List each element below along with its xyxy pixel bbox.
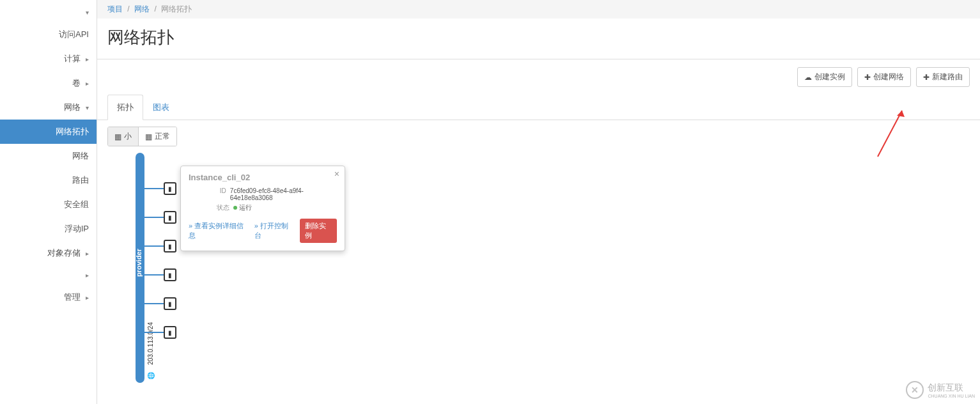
sidebar-item-unknown1[interactable]: ▸ [0,265,97,285]
chevron-right-icon: ▸ [86,80,89,87]
sidebar-item-label: 管理 [64,291,81,303]
chevron-right-icon: ▸ [86,250,89,257]
id-label: ID [189,187,226,201]
sidebar: ▾ 访问API 计算 ▸ 卷 ▸ 网络 ▾ 网络拓扑 网络 路由 安全组 浮 [0,0,97,404]
create-router-button[interactable]: ✚ 新建路由 [916,67,970,87]
sidebar-item-networks[interactable]: 网络 [0,144,97,168]
sidebar-item-label: 网络 [64,102,81,113]
popover-row-id: ID 7c6fed09-efc8-48e4-a9f4-64e18e8a3068 [189,187,337,201]
sidebar-item-label: 安全组 [64,199,89,210]
open-console-link[interactable]: » 打开控制台 [254,221,293,240]
sidebar-item-network[interactable]: 网络 ▾ [0,95,97,120]
breadcrumb-sep: / [154,4,156,13]
sidebar-item-volumes[interactable]: 卷 ▸ [0,71,97,95]
sidebar-item-label: 访问API [59,29,89,40]
chevron-right-icon: ▸ [86,294,89,301]
button-label: 创建实例 [814,72,845,82]
sidebar-item-label: 网络拓扑 [56,126,89,137]
status-label: 状态 [189,203,229,212]
breadcrumb-current: 网络拓扑 [161,4,192,13]
size-normal-button[interactable]: ▦ 正常 [138,127,176,146]
chevron-right-icon: ▸ [86,272,89,279]
button-label: 正常 [155,131,170,142]
status-value: 运行 [233,203,252,212]
watermark-logo-icon: ✕ [906,381,924,399]
plus-icon: ✚ [923,73,929,82]
breadcrumb-network[interactable]: 网络 [134,4,150,13]
view-details-link[interactable]: » 查看实例详细信息 [189,221,248,240]
instance-node[interactable]: ▮ [144,268,176,281]
instance-node[interactable]: ▮ [144,211,176,224]
watermark-label: 创新互联 [928,382,975,394]
sidebar-item-label: 网络 [72,150,89,162]
sidebar-item-label: 卷 [72,77,81,89]
sidebar-item-label: 浮动IP [65,223,89,235]
sidebar-item-admin[interactable]: 管理 ▸ [0,285,97,309]
breadcrumb: 项目 / 网络 / 网络拓扑 [97,0,980,19]
page-title: 网络拓扑 [107,26,970,49]
instance-icon: ▮ [164,297,176,310]
status-dot-icon [233,206,237,210]
topology-canvas: provider 203.0.113.0/24 🌐 ▮ ▮ ▮ ▮ ▮ [97,153,980,396]
sidebar-collapse-top[interactable]: ▾ [0,3,97,22]
button-label: 新建路由 [932,72,963,82]
instance-node[interactable]: ▮ [144,240,176,252]
breadcrumb-project[interactable]: 项目 [107,4,123,13]
tab-topology[interactable]: 拓扑 [107,95,143,120]
tabs: 拓扑 图表 [97,95,980,120]
connector-line [144,245,164,247]
tab-graph[interactable]: 图表 [143,95,179,120]
size-toolbar: ▦ 小 ▦ 正常 [97,120,980,153]
instance-icon: ▮ [164,268,176,281]
delete-instance-button[interactable]: 删除实例 [300,219,337,243]
sidebar-item-compute[interactable]: 计算 ▸ [0,47,97,71]
chevron-down-icon: ▾ [86,104,89,111]
instance-icon: ▮ [164,211,176,224]
cloud-upload-icon: ☁ [804,73,812,82]
connector-line [144,274,164,276]
connector-line [144,332,164,333]
network-name-label: provider [135,249,143,277]
sidebar-item-label: 对象存储 [47,247,81,259]
sidebar-item-security-groups[interactable]: 安全组 [0,192,97,217]
breadcrumb-sep: / [127,4,129,13]
connector-line [144,303,164,304]
plus-icon: ✚ [864,73,871,82]
button-label: 小 [124,131,132,142]
grid-icon: ▦ [145,132,152,141]
watermark-sub: CHUANG XIN HU LIAN [928,394,975,398]
chevron-right-icon: ▸ [86,56,89,63]
sidebar-item-api[interactable]: 访问API [0,22,97,47]
connector-line [144,188,164,189]
watermark-text: 创新互联 CHUANG XIN HU LIAN [928,382,975,398]
sidebar-item-object-storage[interactable]: 对象存储 ▸ [0,241,97,265]
watermark: ✕ 创新互联 CHUANG XIN HU LIAN [906,381,975,399]
instance-icon: ▮ [164,182,176,195]
create-network-button[interactable]: ✚ 创建网络 [857,67,911,87]
popover-actions: » 查看实例详细信息 » 打开控制台 删除实例 [189,219,337,243]
instance-icon: ▮ [164,326,176,339]
popover-title: Instance_cli_02 [189,173,337,182]
id-value: 7c6fed09-efc8-48e4-a9f4-64e18e8a3068 [230,187,337,201]
close-icon[interactable]: × [334,169,339,179]
sidebar-item-label: 路由 [72,175,89,186]
instance-node[interactable]: ▮ [144,297,176,310]
size-small-button[interactable]: ▦ 小 [108,127,138,146]
chevron-down-icon: ▾ [86,9,89,16]
sidebar-item-label: 计算 [64,53,81,65]
size-toggle: ▦ 小 ▦ 正常 [107,127,177,146]
button-label: 创建网络 [873,72,904,82]
instance-popover: × Instance_cli_02 ID 7c6fed09-efc8-48e4-… [180,166,345,251]
grid-small-icon: ▦ [114,132,121,141]
action-bar: ☁ 创建实例 ✚ 创建网络 ✚ 新建路由 [97,59,980,95]
sidebar-item-topology[interactable]: 网络拓扑 [0,120,97,144]
connector-line [144,217,164,218]
sidebar-item-floating-ips[interactable]: 浮动IP [0,217,97,241]
launch-instance-button[interactable]: ☁ 创建实例 [797,67,852,87]
page-header: 网络拓扑 [97,19,980,59]
popover-row-status: 状态 运行 [189,203,337,212]
status-text: 运行 [239,204,252,211]
instance-node[interactable]: ▮ [144,182,176,195]
sidebar-item-routers[interactable]: 路由 [0,168,97,192]
instance-node[interactable]: ▮ [144,326,176,339]
